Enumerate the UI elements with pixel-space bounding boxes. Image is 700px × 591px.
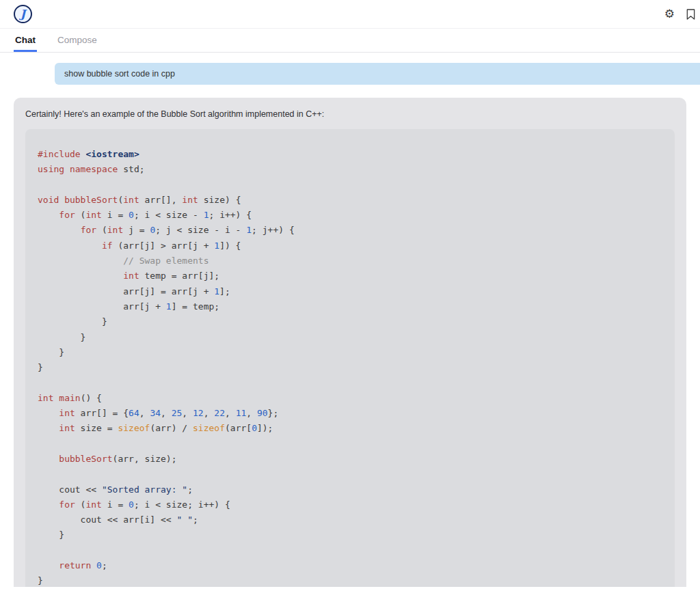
app-logo-letter: J [21, 9, 26, 20]
user-message-bubble: show bubble sort code in cpp [55, 63, 700, 85]
topbar-icons: ⚙ [664, 8, 696, 20]
chat-scroll-area[interactable]: show bubble sort code in cpp Certainly! … [0, 53, 700, 587]
code-content: #include <iostream>using namespace std; … [38, 147, 662, 587]
tab-bar: Chat Compose [0, 29, 700, 53]
settings-gear-icon[interactable]: ⚙ [664, 8, 675, 20]
tab-compose[interactable]: Compose [56, 29, 98, 52]
code-block[interactable]: #include <iostream>using namespace std; … [25, 129, 675, 587]
assistant-response-card: Certainly! Here's an example of the Bubb… [14, 98, 686, 587]
app-logo[interactable]: J [14, 5, 32, 23]
bookmark-icon[interactable] [686, 8, 696, 20]
assistant-intro-text: Certainly! Here's an example of the Bubb… [25, 109, 675, 120]
topbar: J ⚙ [0, 0, 700, 29]
user-message-text: show bubble sort code in cpp [64, 69, 175, 79]
tab-chat[interactable]: Chat [14, 29, 37, 52]
